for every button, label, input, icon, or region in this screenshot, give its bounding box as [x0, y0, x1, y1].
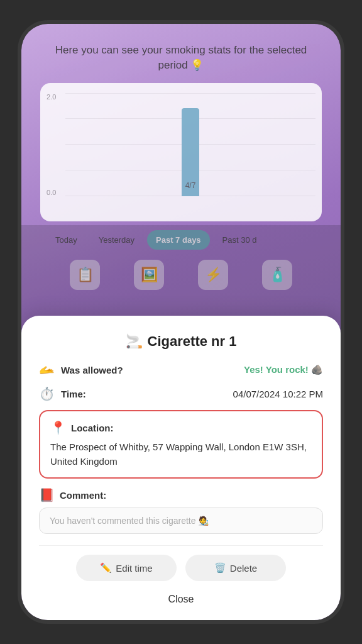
- location-label: Location:: [71, 423, 114, 433]
- comment-section: 📕 Comment: You haven't commented this ci…: [39, 487, 323, 534]
- comment-label: Comment:: [60, 490, 106, 501]
- modal-title-text: Cigarette nr 1: [148, 333, 237, 350]
- location-value: The Prospect of Whitby, 57 Wapping Wall,…: [50, 440, 312, 469]
- time-icon: ⏱️: [39, 386, 55, 401]
- modal-actions: ✏️ Edit time 🗑️ Delete: [39, 555, 323, 581]
- location-icon: 📍: [50, 420, 66, 435]
- chart-area: 4/7: [65, 93, 315, 196]
- chart-y-axis: 2.0 0.0: [47, 93, 56, 196]
- phone-frame: Here you can see your smoking stats for …: [18, 20, 344, 624]
- cigarette-icon: 🚬: [126, 333, 143, 350]
- app-screen: Here you can see your smoking stats for …: [21, 24, 341, 620]
- y-label-top: 2.0: [47, 93, 56, 101]
- time-value: 04/07/2024 10:22 PM: [233, 389, 323, 399]
- comment-icon: 📕: [39, 487, 55, 502]
- time-row: ⏱️ Time: 04/07/2024 10:22 PM: [39, 386, 323, 401]
- modal-title: 🚬 Cigarette nr 1: [39, 333, 323, 350]
- was-allowed-icon: 🫴: [39, 362, 55, 377]
- was-allowed-value: Yes! You rock! 🪨: [244, 364, 323, 375]
- location-box: 📍 Location: The Prospect of Whitby, 57 W…: [39, 410, 323, 479]
- delete-button[interactable]: 🗑️ Delete: [185, 555, 286, 581]
- comment-header: 📕 Comment:: [39, 487, 323, 502]
- was-allowed-label: Was allowed?: [61, 365, 123, 375]
- edit-icon: ✏️: [100, 562, 112, 574]
- edit-time-button[interactable]: ✏️ Edit time: [76, 555, 177, 581]
- close-button[interactable]: Close: [39, 591, 323, 608]
- was-allowed-row: 🫴 Was allowed? Yes! You rock! 🪨: [39, 362, 323, 377]
- delete-label: Delete: [230, 563, 257, 574]
- delete-icon: 🗑️: [214, 562, 226, 574]
- modal-overlay: 🚬 Cigarette nr 1 🫴 Was allowed? Yes! You…: [21, 225, 341, 620]
- time-label: Time:: [61, 389, 86, 399]
- y-label-bottom: 0.0: [47, 189, 56, 196]
- chart-x-label: 4/7: [185, 181, 196, 190]
- chart-bar: 4/7: [182, 108, 199, 196]
- cigarette-detail-modal: 🚬 Cigarette nr 1 🫴 Was allowed? Yes! You…: [21, 316, 341, 620]
- chart-container: 2.0 0.0 4/7: [40, 83, 322, 221]
- comment-placeholder[interactable]: You haven't commented this cigarette 🧑‍🎨: [39, 508, 323, 534]
- location-header: 📍 Location:: [50, 420, 312, 435]
- stats-title: Here you can see your smoking stats for …: [40, 43, 322, 73]
- divider: [39, 545, 323, 546]
- edit-time-label: Edit time: [116, 563, 152, 574]
